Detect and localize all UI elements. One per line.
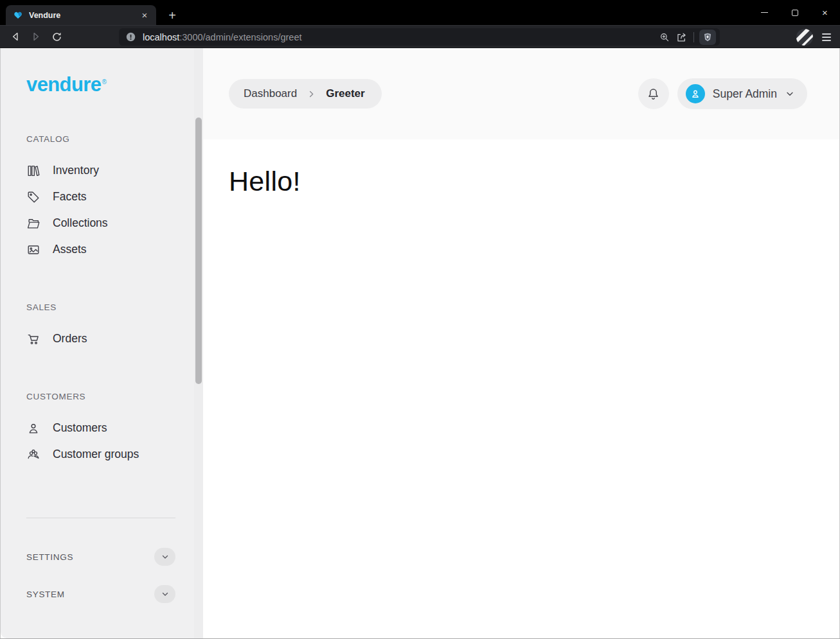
header-actions: Super Admin (638, 78, 807, 109)
sidebar-item-label: Orders (53, 332, 87, 346)
breadcrumb: Dashboard Greeter (229, 79, 382, 109)
cart-icon (26, 332, 40, 346)
info-icon[interactable] (125, 31, 136, 42)
sidebar-item-facets[interactable]: Facets (26, 184, 172, 210)
tab-title: Vendure (29, 11, 139, 20)
nav-button-group (5, 27, 67, 46)
settings-expand-button[interactable] (154, 548, 175, 566)
bell-icon (646, 87, 661, 101)
notifications-button[interactable] (638, 78, 669, 109)
nav-heading-sales: SALES (26, 302, 172, 315)
system-label: SYSTEM (26, 590, 65, 599)
sidebar-nav: CATALOG Inventory Facets Collections (26, 134, 172, 507)
forward-icon (30, 30, 42, 43)
tab-close-icon[interactable]: × (139, 10, 150, 21)
sidebar-item-orders[interactable]: Orders (26, 326, 172, 352)
chevron-down-icon (785, 89, 795, 99)
user-menu-button[interactable]: Super Admin (677, 78, 807, 109)
address-divider (693, 32, 694, 42)
library-icon (26, 164, 40, 178)
back-button[interactable] (5, 27, 26, 46)
menu-button[interactable] (819, 30, 834, 44)
reload-icon (51, 31, 63, 43)
sidebar: vendure® CATALOG Inventory Facets (1, 48, 203, 638)
browser-window: Vendure × + × (0, 0, 840, 639)
main-header: Dashboard Greeter Super Admin (203, 48, 839, 139)
sidebar-item-inventory[interactable]: Inventory (26, 157, 172, 184)
chevron-down-icon (161, 590, 170, 599)
menu-icon (821, 33, 832, 42)
sidebar-divider (26, 518, 175, 518)
maximize-icon (792, 10, 798, 16)
sidebar-group-system[interactable]: SYSTEM (26, 579, 175, 609)
window-close-button[interactable]: × (810, 0, 840, 25)
sidebar-group-settings[interactable]: SETTINGS (26, 541, 175, 572)
tag-icon (26, 190, 40, 204)
brave-shield-button[interactable] (699, 30, 716, 45)
admin-page: vendure® CATALOG Inventory Facets (0, 48, 840, 638)
sidebar-item-label: Assets (53, 243, 87, 256)
vendure-logo[interactable]: vendure® (26, 74, 106, 94)
minimize-icon (761, 12, 768, 13)
profile-button[interactable] (796, 28, 814, 46)
sidebar-item-collections[interactable]: Collections (26, 210, 172, 236)
url-host: localhost (143, 32, 179, 42)
page-content: Hello! (203, 139, 839, 223)
profile-avatar-icon (796, 28, 814, 46)
users-icon (26, 448, 40, 462)
folder-icon (26, 216, 40, 231)
greeting-heading: Hello! (229, 166, 814, 197)
sidebar-scrollbar-thumb[interactable] (195, 118, 202, 384)
window-controls: × (749, 0, 840, 25)
main-area: Dashboard Greeter Super Admin (203, 48, 839, 638)
sidebar-item-assets[interactable]: Assets (26, 236, 172, 263)
nav-heading-catalog: CATALOG (26, 134, 172, 147)
url-path: :3000/admin/extensions/greet (179, 32, 301, 42)
settings-label: SETTINGS (26, 552, 73, 562)
sidebar-item-customer-groups[interactable]: Customer groups (26, 441, 172, 468)
zoom-in-button[interactable] (656, 30, 673, 45)
address-bar[interactable]: localhost:3000/admin/extensions/greet (119, 28, 720, 46)
brave-shield-icon (702, 32, 713, 42)
reload-button[interactable] (46, 27, 67, 46)
url-text[interactable]: localhost:3000/admin/extensions/greet (143, 32, 656, 42)
nav-section-sales: SALES Orders (26, 302, 172, 352)
nav-section-catalog: CATALOG Inventory Facets Collections (26, 134, 172, 263)
registered-mark: ® (102, 78, 106, 85)
forward-button[interactable] (26, 27, 46, 46)
share-button[interactable] (673, 30, 690, 45)
window-maximize-button[interactable] (780, 0, 810, 25)
system-expand-button[interactable] (154, 585, 175, 603)
zoom-in-icon (659, 31, 670, 43)
browser-titlebar: Vendure × + × (0, 0, 840, 25)
sidebar-item-label: Customer groups (53, 448, 139, 461)
new-tab-button[interactable]: + (165, 8, 180, 23)
browser-toolbar: localhost:3000/admin/extensions/greet (0, 25, 840, 48)
breadcrumb-dashboard-link[interactable]: Dashboard (244, 87, 297, 100)
sidebar-item-customers[interactable]: Customers (26, 415, 172, 441)
chevron-right-icon (307, 89, 316, 99)
back-icon (9, 30, 22, 43)
sidebar-item-label: Collections (53, 216, 108, 230)
avatar (686, 84, 705, 103)
vendure-heart-icon (13, 10, 23, 21)
share-icon (675, 31, 688, 43)
user-icon (26, 421, 40, 435)
image-icon (26, 243, 40, 257)
window-minimize-button[interactable] (749, 0, 780, 25)
person-icon (690, 88, 701, 100)
sidebar-item-label: Inventory (53, 164, 99, 177)
nav-section-customers: CUSTOMERS Customers Customer groups (26, 392, 172, 468)
chevron-down-icon (161, 552, 170, 561)
breadcrumb-current: Greeter (326, 87, 364, 100)
logo-text: vendure (26, 73, 101, 96)
sidebar-item-label: Facets (53, 190, 87, 204)
browser-tab[interactable]: Vendure × (6, 5, 156, 25)
nav-heading-customers: CUSTOMERS (26, 392, 172, 405)
user-name: Super Admin (713, 87, 777, 101)
sidebar-item-label: Customers (53, 421, 107, 435)
